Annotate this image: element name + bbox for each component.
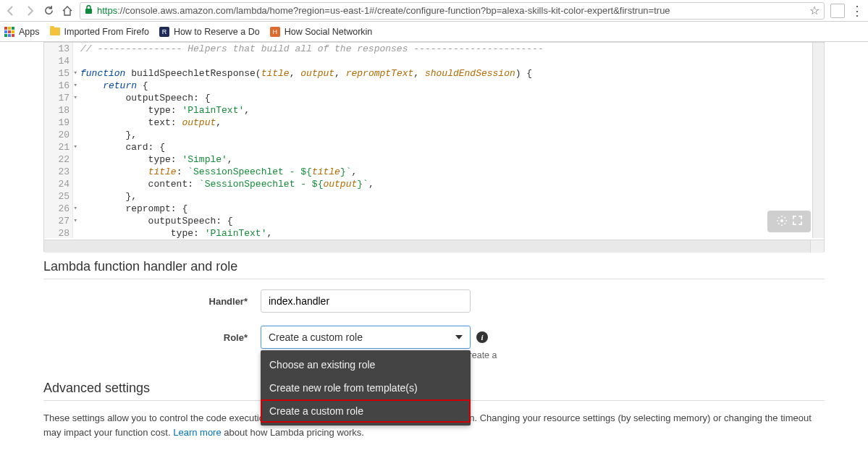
reload-button[interactable] <box>42 4 55 17</box>
bookmark-label: How Social Networkin <box>285 27 373 37</box>
handler-row: Handler* <box>43 289 825 313</box>
role-selected-value: Create a custom role <box>269 331 363 343</box>
svg-point-1 <box>780 219 783 222</box>
bookmark-label: How to Reserve a Do <box>174 27 260 37</box>
forward-button[interactable] <box>23 4 36 17</box>
profile-button[interactable] <box>830 4 845 18</box>
apps-label: Apps <box>19 27 40 37</box>
section-handler-role-title: Lambda function handler and role <box>43 252 825 279</box>
bookmarks-bar: Apps Imported From Firefo R How to Reser… <box>0 22 868 42</box>
apps-icon <box>4 27 14 37</box>
home-button[interactable] <box>61 4 74 17</box>
info-icon[interactable]: i <box>476 331 488 343</box>
role-option[interactable]: Choose an existing role <box>261 353 471 376</box>
learn-more-link[interactable]: Learn more <box>173 427 221 438</box>
back-button[interactable] <box>4 4 17 17</box>
bookmark-item[interactable]: R How to Reserve a Do <box>159 27 260 37</box>
role-dropdown[interactable]: Create a custom role <box>261 326 471 349</box>
code-body[interactable]: // --------------- Helpers that build al… <box>80 43 824 240</box>
browser-toolbar: https://console.aws.amazon.com/lambda/ho… <box>0 0 868 22</box>
handler-label: Handler* <box>43 296 261 307</box>
folder-icon <box>50 27 60 35</box>
bookmark-folder[interactable]: Imported From Firefo <box>50 27 149 37</box>
bookmark-item[interactable]: H How Social Networkin <box>270 27 373 37</box>
favicon-icon: H <box>270 27 280 37</box>
favicon-icon: R <box>159 27 169 37</box>
role-option[interactable]: Create new role from template(s) <box>261 376 471 399</box>
chevron-down-icon <box>455 335 463 339</box>
url-text: https://console.aws.amazon.com/lambda/ho… <box>97 5 805 16</box>
horizontal-scrollbar[interactable] <box>44 240 824 253</box>
menu-button[interactable]: ⋮ <box>851 3 864 19</box>
vertical-scrollbar[interactable] <box>812 43 824 238</box>
bookmark-label: Imported From Firefo <box>64 27 149 37</box>
lock-icon <box>85 5 93 17</box>
address-bar[interactable]: https://console.aws.amazon.com/lambda/ho… <box>80 2 825 20</box>
handler-input[interactable] <box>261 289 471 313</box>
gear-icon[interactable] <box>777 216 787 228</box>
svg-rect-0 <box>85 9 92 14</box>
role-label: Role* <box>43 332 261 343</box>
line-gutter: 13141516171819202122232425262728 <box>44 43 73 238</box>
fullscreen-icon[interactable] <box>793 216 802 227</box>
code-editor[interactable]: 13141516171819202122232425262728 // ----… <box>43 42 825 252</box>
editor-controls[interactable] <box>767 211 811 232</box>
apps-bookmark[interactable]: Apps <box>4 27 40 37</box>
role-option[interactable]: Create a custom role <box>261 399 471 423</box>
role-row: Role* Create a custom role Choose an exi… <box>43 326 825 349</box>
role-dropdown-menu: Choose an existing roleCreate new role f… <box>261 350 471 426</box>
bookmark-star-icon[interactable]: ☆ <box>809 4 819 17</box>
